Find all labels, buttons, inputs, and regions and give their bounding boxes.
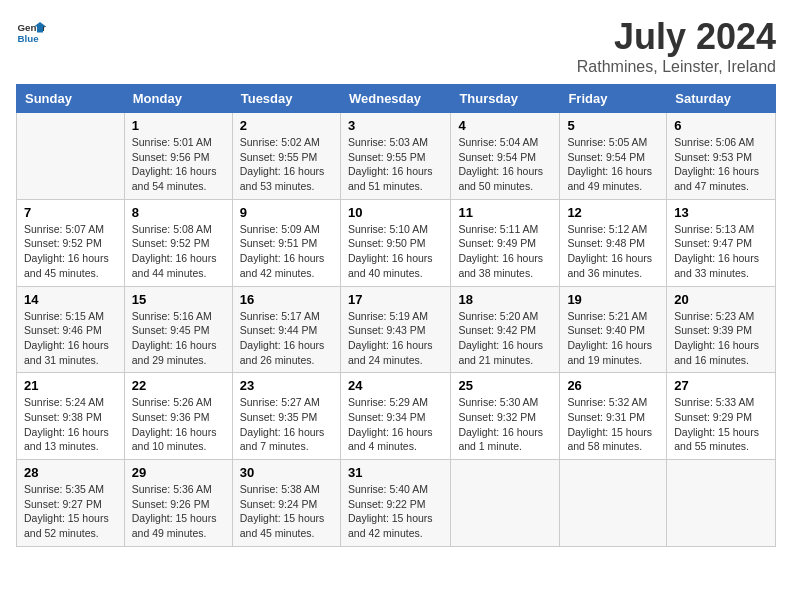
day-number: 1 [132, 118, 225, 133]
calendar-cell [451, 460, 560, 547]
day-number: 17 [348, 292, 443, 307]
calendar-cell [17, 113, 125, 200]
day-info: Sunrise: 5:30 AMSunset: 9:32 PMDaylight:… [458, 396, 543, 452]
logo-icon: General Blue [16, 16, 46, 46]
day-number: 24 [348, 378, 443, 393]
day-info: Sunrise: 5:06 AMSunset: 9:53 PMDaylight:… [674, 136, 759, 192]
day-number: 27 [674, 378, 768, 393]
calendar-week-5: 28 Sunrise: 5:35 AMSunset: 9:27 PMDaylig… [17, 460, 776, 547]
title-block: July 2024 Rathmines, Leinster, Ireland [577, 16, 776, 76]
calendar-cell: 11 Sunrise: 5:11 AMSunset: 9:49 PMDaylig… [451, 199, 560, 286]
calendar-cell: 14 Sunrise: 5:15 AMSunset: 9:46 PMDaylig… [17, 286, 125, 373]
calendar-cell: 2 Sunrise: 5:02 AMSunset: 9:55 PMDayligh… [232, 113, 340, 200]
calendar-cell: 27 Sunrise: 5:33 AMSunset: 9:29 PMDaylig… [667, 373, 776, 460]
day-number: 28 [24, 465, 117, 480]
day-info: Sunrise: 5:03 AMSunset: 9:55 PMDaylight:… [348, 136, 433, 192]
col-monday: Monday [124, 85, 232, 113]
day-info: Sunrise: 5:19 AMSunset: 9:43 PMDaylight:… [348, 310, 433, 366]
calendar-cell: 31 Sunrise: 5:40 AMSunset: 9:22 PMDaylig… [340, 460, 450, 547]
location-subtitle: Rathmines, Leinster, Ireland [577, 58, 776, 76]
calendar-cell: 13 Sunrise: 5:13 AMSunset: 9:47 PMDaylig… [667, 199, 776, 286]
day-info: Sunrise: 5:01 AMSunset: 9:56 PMDaylight:… [132, 136, 217, 192]
day-number: 7 [24, 205, 117, 220]
day-number: 10 [348, 205, 443, 220]
day-number: 29 [132, 465, 225, 480]
day-number: 14 [24, 292, 117, 307]
calendar-cell: 1 Sunrise: 5:01 AMSunset: 9:56 PMDayligh… [124, 113, 232, 200]
col-wednesday: Wednesday [340, 85, 450, 113]
day-number: 13 [674, 205, 768, 220]
calendar-cell: 16 Sunrise: 5:17 AMSunset: 9:44 PMDaylig… [232, 286, 340, 373]
col-tuesday: Tuesday [232, 85, 340, 113]
day-number: 9 [240, 205, 333, 220]
day-number: 6 [674, 118, 768, 133]
calendar-cell: 23 Sunrise: 5:27 AMSunset: 9:35 PMDaylig… [232, 373, 340, 460]
col-friday: Friday [560, 85, 667, 113]
day-number: 3 [348, 118, 443, 133]
calendar-cell: 28 Sunrise: 5:35 AMSunset: 9:27 PMDaylig… [17, 460, 125, 547]
day-info: Sunrise: 5:13 AMSunset: 9:47 PMDaylight:… [674, 223, 759, 279]
day-number: 11 [458, 205, 552, 220]
calendar-cell: 21 Sunrise: 5:24 AMSunset: 9:38 PMDaylig… [17, 373, 125, 460]
calendar-cell: 26 Sunrise: 5:32 AMSunset: 9:31 PMDaylig… [560, 373, 667, 460]
day-info: Sunrise: 5:08 AMSunset: 9:52 PMDaylight:… [132, 223, 217, 279]
day-info: Sunrise: 5:20 AMSunset: 9:42 PMDaylight:… [458, 310, 543, 366]
calendar-cell: 22 Sunrise: 5:26 AMSunset: 9:36 PMDaylig… [124, 373, 232, 460]
logo: General Blue General Blue [16, 16, 46, 46]
day-info: Sunrise: 5:35 AMSunset: 9:27 PMDaylight:… [24, 483, 109, 539]
day-number: 21 [24, 378, 117, 393]
day-number: 23 [240, 378, 333, 393]
day-info: Sunrise: 5:12 AMSunset: 9:48 PMDaylight:… [567, 223, 652, 279]
calendar-cell: 17 Sunrise: 5:19 AMSunset: 9:43 PMDaylig… [340, 286, 450, 373]
calendar-week-2: 7 Sunrise: 5:07 AMSunset: 9:52 PMDayligh… [17, 199, 776, 286]
day-info: Sunrise: 5:32 AMSunset: 9:31 PMDaylight:… [567, 396, 652, 452]
day-number: 19 [567, 292, 659, 307]
month-title: July 2024 [577, 16, 776, 58]
calendar-cell: 29 Sunrise: 5:36 AMSunset: 9:26 PMDaylig… [124, 460, 232, 547]
calendar-cell: 6 Sunrise: 5:06 AMSunset: 9:53 PMDayligh… [667, 113, 776, 200]
day-number: 18 [458, 292, 552, 307]
col-saturday: Saturday [667, 85, 776, 113]
day-info: Sunrise: 5:07 AMSunset: 9:52 PMDaylight:… [24, 223, 109, 279]
calendar-cell [560, 460, 667, 547]
calendar-cell: 12 Sunrise: 5:12 AMSunset: 9:48 PMDaylig… [560, 199, 667, 286]
day-info: Sunrise: 5:24 AMSunset: 9:38 PMDaylight:… [24, 396, 109, 452]
day-info: Sunrise: 5:29 AMSunset: 9:34 PMDaylight:… [348, 396, 433, 452]
day-number: 30 [240, 465, 333, 480]
day-info: Sunrise: 5:36 AMSunset: 9:26 PMDaylight:… [132, 483, 217, 539]
calendar-cell: 4 Sunrise: 5:04 AMSunset: 9:54 PMDayligh… [451, 113, 560, 200]
calendar-cell: 24 Sunrise: 5:29 AMSunset: 9:34 PMDaylig… [340, 373, 450, 460]
day-number: 20 [674, 292, 768, 307]
day-info: Sunrise: 5:11 AMSunset: 9:49 PMDaylight:… [458, 223, 543, 279]
calendar-cell: 3 Sunrise: 5:03 AMSunset: 9:55 PMDayligh… [340, 113, 450, 200]
day-number: 4 [458, 118, 552, 133]
calendar-cell: 25 Sunrise: 5:30 AMSunset: 9:32 PMDaylig… [451, 373, 560, 460]
day-info: Sunrise: 5:27 AMSunset: 9:35 PMDaylight:… [240, 396, 325, 452]
col-thursday: Thursday [451, 85, 560, 113]
svg-text:Blue: Blue [18, 33, 40, 44]
day-info: Sunrise: 5:04 AMSunset: 9:54 PMDaylight:… [458, 136, 543, 192]
calendar-cell: 8 Sunrise: 5:08 AMSunset: 9:52 PMDayligh… [124, 199, 232, 286]
day-info: Sunrise: 5:05 AMSunset: 9:54 PMDaylight:… [567, 136, 652, 192]
day-info: Sunrise: 5:21 AMSunset: 9:40 PMDaylight:… [567, 310, 652, 366]
calendar-cell: 9 Sunrise: 5:09 AMSunset: 9:51 PMDayligh… [232, 199, 340, 286]
day-number: 2 [240, 118, 333, 133]
calendar-table: Sunday Monday Tuesday Wednesday Thursday… [16, 84, 776, 547]
page-header: General Blue General Blue July 2024 Rath… [16, 16, 776, 76]
calendar-cell: 7 Sunrise: 5:07 AMSunset: 9:52 PMDayligh… [17, 199, 125, 286]
calendar-week-1: 1 Sunrise: 5:01 AMSunset: 9:56 PMDayligh… [17, 113, 776, 200]
header-row: Sunday Monday Tuesday Wednesday Thursday… [17, 85, 776, 113]
calendar-cell: 20 Sunrise: 5:23 AMSunset: 9:39 PMDaylig… [667, 286, 776, 373]
day-number: 22 [132, 378, 225, 393]
day-info: Sunrise: 5:17 AMSunset: 9:44 PMDaylight:… [240, 310, 325, 366]
calendar-cell: 10 Sunrise: 5:10 AMSunset: 9:50 PMDaylig… [340, 199, 450, 286]
calendar-week-4: 21 Sunrise: 5:24 AMSunset: 9:38 PMDaylig… [17, 373, 776, 460]
calendar-week-3: 14 Sunrise: 5:15 AMSunset: 9:46 PMDaylig… [17, 286, 776, 373]
calendar-cell: 15 Sunrise: 5:16 AMSunset: 9:45 PMDaylig… [124, 286, 232, 373]
day-number: 12 [567, 205, 659, 220]
day-info: Sunrise: 5:09 AMSunset: 9:51 PMDaylight:… [240, 223, 325, 279]
col-sunday: Sunday [17, 85, 125, 113]
day-number: 16 [240, 292, 333, 307]
calendar-cell: 30 Sunrise: 5:38 AMSunset: 9:24 PMDaylig… [232, 460, 340, 547]
calendar-cell: 18 Sunrise: 5:20 AMSunset: 9:42 PMDaylig… [451, 286, 560, 373]
